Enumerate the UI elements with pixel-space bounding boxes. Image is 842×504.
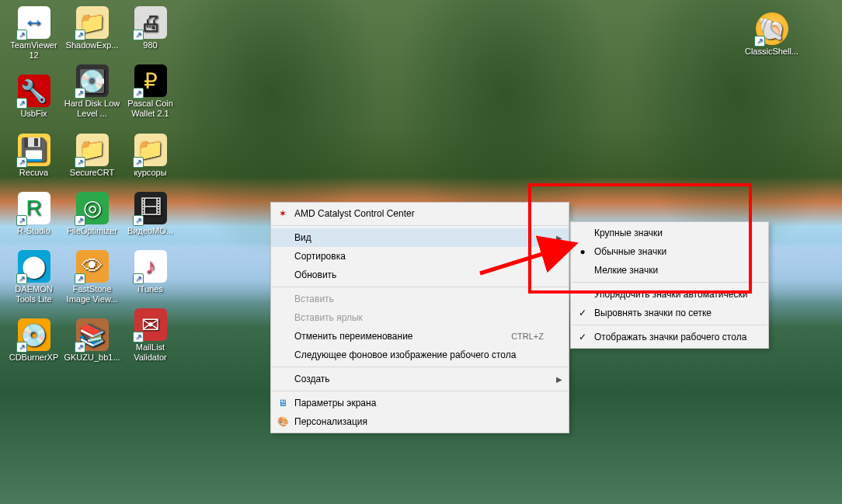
desktop-icon[interactable]: ₽↗Pascal Coin Wallet 2.1 <box>121 63 179 120</box>
submenu-item-large-icons[interactable]: Крупные значки <box>571 224 768 242</box>
app-icon: 🖨↗ <box>134 6 167 39</box>
shortcut-arrow-icon: ↗ <box>754 36 765 47</box>
desktop-icon[interactable]: 💽↗Hard Disk Low Level ... <box>63 63 121 120</box>
app-icon: ◎↗ <box>76 192 109 224</box>
app-icon: 📁↗ <box>134 134 167 166</box>
menu-label: Выровнять значки по сетке <box>591 308 762 318</box>
icon-label: MailList Validator <box>122 342 179 363</box>
menu-item-refresh[interactable]: Обновить <box>271 266 569 284</box>
shortcut-arrow-icon: ↗ <box>133 332 144 342</box>
desktop-icon[interactable]: ⬤↗DAEMON Tools Lite <box>5 249 63 306</box>
menu-label: Вставить <box>291 294 551 304</box>
icon-label: ShadowExp... <box>66 40 119 50</box>
icon-label: SecureCRT <box>70 168 114 178</box>
app-icon: R↗ <box>18 192 50 224</box>
chevron-right-icon: ▶ <box>551 252 562 261</box>
desktop-icon-classicshell[interactable]: 🐚 ↗ ClassicShell... <box>743 11 801 58</box>
menu-item-personalize[interactable]: 🎨 Персонализация <box>271 412 569 431</box>
chevron-right-icon: ▶ <box>551 375 562 384</box>
icon-label: 980 <box>143 40 157 50</box>
shortcut-arrow-icon: ↗ <box>133 157 144 168</box>
menu-separator <box>272 287 568 287</box>
view-submenu[interactable]: Крупные значки ● Обычные значки Мелкие з… <box>570 221 769 349</box>
shortcut-arrow-icon: ↗ <box>75 88 85 99</box>
desktop-icon[interactable]: 🖨↗980 <box>121 5 179 52</box>
menu-separator <box>272 367 568 367</box>
menu-separator <box>272 225 568 226</box>
menu-separator <box>572 325 767 325</box>
submenu-item-align-to-grid[interactable]: ✓ Выровнять значки по сетке <box>571 304 768 322</box>
app-icon: 📁↗ <box>76 134 109 166</box>
desktop-icon[interactable]: 💾↗Recuva <box>5 132 63 179</box>
app-icon: ✉↗ <box>134 308 167 341</box>
desktop-icon[interactable]: 💿↗CDBurnerXP <box>5 317 63 364</box>
menu-label: Обновить <box>291 269 551 280</box>
menu-label: AMD Catalyst Control Center <box>291 208 551 219</box>
desktop-icon[interactable]: ↔↗TeamViewer 12 <box>5 5 63 62</box>
app-icon: 🔧↗ <box>18 75 50 107</box>
shortcut-arrow-icon: ↗ <box>16 157 27 168</box>
desktop-icon[interactable]: ♪↗iTunes <box>121 249 179 296</box>
app-icon: 💽↗ <box>76 64 109 97</box>
menu-label: Создать <box>291 374 551 384</box>
desktop-icon[interactable]: ◎↗FileOptimizer <box>63 190 121 238</box>
menu-label: Отображать значки рабочего стола <box>591 332 762 342</box>
icon-label: FastStone Image View... <box>64 284 121 304</box>
app-icon: ⬤↗ <box>18 250 50 283</box>
icon-label: FileOptimizer <box>67 226 117 236</box>
check-icon: ✓ <box>574 332 591 342</box>
menu-item-undo-rename[interactable]: Отменить переименование CTRL+Z <box>271 327 569 346</box>
menu-shortcut: CTRL+Z <box>511 332 551 341</box>
shortcut-arrow-icon: ↗ <box>75 215 85 226</box>
icon-label: UsbFix <box>20 109 47 119</box>
menu-item-new[interactable]: Создать ▶ <box>271 370 569 388</box>
chevron-right-icon: ▶ <box>551 234 562 242</box>
icon-label: Pascal Coin Wallet 2.1 <box>122 99 179 119</box>
menu-item-amd-catalyst[interactable]: ✶ AMD Catalyst Control Center <box>271 204 569 223</box>
app-icon: 📚↗ <box>76 318 109 351</box>
shortcut-arrow-icon: ↗ <box>75 273 85 284</box>
icon-label: GKUZU_bb1... <box>64 353 120 363</box>
desktop-icon[interactable]: 📁↗курсоры <box>121 132 179 179</box>
icon-label: Recuva <box>19 168 48 178</box>
icon-label: ClassicShell... <box>745 47 799 57</box>
shortcut-arrow-icon: ↗ <box>133 215 144 226</box>
app-icon: 💾↗ <box>18 134 50 166</box>
desktop-icon[interactable]: 📁↗SecureCRT <box>63 132 121 179</box>
submenu-item-auto-arrange[interactable]: Упорядочить значки автоматически <box>571 285 768 304</box>
menu-separator <box>572 282 767 283</box>
shortcut-arrow-icon: ↗ <box>133 88 144 99</box>
menu-item-sort[interactable]: Сортировка ▶ <box>271 247 569 266</box>
menu-item-paste: Вставить <box>271 290 569 308</box>
submenu-item-show-icons[interactable]: ✓ Отображать значки рабочего стола <box>571 328 768 346</box>
desktop-icon[interactable]: ✉↗MailList Validator <box>121 307 179 364</box>
shortcut-arrow-icon: ↗ <box>133 273 144 284</box>
menu-label: Вставить ярлык <box>291 312 551 323</box>
submenu-item-medium-icons[interactable]: ● Обычные значки <box>571 242 768 261</box>
shortcut-arrow-icon: ↗ <box>16 30 27 40</box>
personalize-icon: 🎨 <box>274 416 291 427</box>
menu-item-next-wallpaper[interactable]: Следующее фоновое изображение рабочего с… <box>271 346 569 364</box>
desktop-icon[interactable]: 📁↗ShadowExp... <box>63 5 121 52</box>
icon-label: TeamViewer 12 <box>5 40 63 61</box>
menu-label: Параметры экрана <box>291 398 551 408</box>
menu-item-view[interactable]: Вид ▶ <box>271 228 569 247</box>
menu-label: Следующее фоновое изображение рабочего с… <box>291 349 551 360</box>
desktop-icon[interactable]: 🔧↗UsbFix <box>5 73 63 120</box>
shell-icon: 🐚 ↗ <box>756 12 788 45</box>
icon-label: курсоры <box>134 168 166 178</box>
shortcut-arrow-icon: ↗ <box>16 215 27 226</box>
menu-item-display-settings[interactable]: 🖥 Параметры экрана <box>271 394 569 412</box>
desktop-context-menu[interactable]: ✶ AMD Catalyst Control Center Вид ▶ Сорт… <box>270 202 569 433</box>
submenu-item-small-icons[interactable]: Мелкие значки <box>571 261 768 280</box>
desktop-icon[interactable]: R↗R-Studio <box>5 190 63 238</box>
menu-label: Вид <box>291 232 551 243</box>
menu-label: Сортировка <box>291 251 551 262</box>
desktop-icon[interactable]: 👁↗FastStone Image View... <box>63 249 121 306</box>
app-icon: ↔↗ <box>18 6 50 39</box>
desktop-icon[interactable]: 📚↗GKUZU_bb1... <box>63 317 121 364</box>
icon-label: R-Studio <box>17 226 50 236</box>
desktop-icon[interactable]: 🎞↗ВидеоМО... <box>121 190 179 238</box>
menu-label: Упорядочить значки автоматически <box>591 289 762 300</box>
shortcut-arrow-icon: ↗ <box>75 30 85 40</box>
